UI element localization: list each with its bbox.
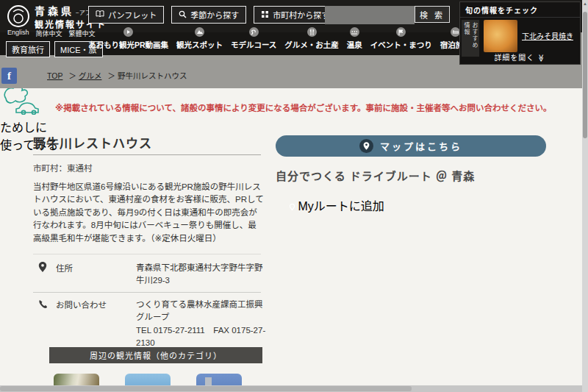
drive-route-heading: 自分でつくる ドライブルート ＠ 青森 (276, 168, 475, 183)
nav-item-label: グルメ・お土産 (284, 39, 339, 50)
address-value: 青森県下北郡東通村大字野牛字野牛川29-3 (136, 262, 267, 288)
search-input[interactable] (325, 6, 415, 24)
contact-numbers: TEL 0175-27-2111 FAX 0175-27-2130 (136, 326, 265, 347)
info-divider (33, 292, 261, 293)
breadcrumb-current: 野牛川レストハウス (118, 71, 187, 80)
nav-item-onsen[interactable]: 温泉 (347, 27, 362, 50)
onsen-icon (350, 27, 359, 37)
language-links: English 简体中文 繁體中文 (7, 29, 96, 38)
fork-icon (307, 27, 317, 37)
video-icon (123, 27, 133, 37)
magnifier-icon (179, 10, 187, 20)
site-search: 検 索 (325, 6, 450, 23)
disclaimer-notice: ※掲載されている情報について、諸般の事情により変更になる場合がございます。事前に… (55, 101, 552, 113)
vertical-scrollbar[interactable]: ▲ (582, 0, 588, 392)
map-pin-icon (38, 262, 49, 272)
nav-item-label: 温泉 (347, 39, 362, 50)
map-button-label: マップはこちら (380, 139, 462, 153)
nav-item-sightseeing-spots[interactable]: 観光スポット (176, 27, 223, 50)
lang-english[interactable]: English (7, 29, 29, 38)
map-button[interactable]: マップはこちら (276, 135, 546, 157)
flag-icon (396, 27, 406, 37)
nav-tab-education-travel[interactable]: 教育旅行 (6, 41, 50, 57)
route-icon (249, 27, 259, 37)
nav-item-label: あおもり観光PR動画集 (88, 39, 168, 50)
title-divider (33, 154, 261, 155)
contact-value: つくり育てる農林水産課商工振興グループ TEL 0175-27-2111 FAX… (136, 299, 267, 349)
search-button[interactable]: 検 索 (415, 6, 450, 23)
add-to-my-route-label: Myルートに追加 (298, 200, 384, 213)
map-pin-icon (359, 139, 373, 153)
guide-caption-line1: ためしに (0, 121, 47, 134)
seasonal-info-panel: 旬の情報をチェック おすすめ情報 下北みそ貝焼き 詳細を開く ≫ (459, 1, 581, 65)
nav-item-label: モデルコース (231, 39, 276, 50)
aomori-map-car-icon (0, 104, 41, 117)
scroll-up-arrow[interactable]: ▲ (583, 1, 587, 6)
contact-label: お問い合わせ (56, 299, 107, 310)
related-info-header: 周辺の観光情報（他のカテゴリ） (49, 347, 262, 363)
header-quick-buttons: パンフレット 季節から探す 市町村から探す (88, 6, 337, 24)
seasonal-panel-title: 旬の情報をチェック (460, 2, 580, 18)
contact-name: つくり育てる農林水産課商工振興グループ (136, 300, 263, 321)
spot-description: 当村野牛地区県道6号線沿いにある観光PR施設の野牛川レストハウスにおいて、東通村… (33, 181, 264, 245)
book-icon (96, 10, 104, 19)
facebook-icon[interactable]: f (1, 68, 17, 84)
season-search-button[interactable]: 季節から探す (171, 6, 246, 24)
pin-icon (290, 200, 295, 213)
breadcrumb-home-link[interactable]: TOP (47, 71, 62, 80)
mountain-icon (195, 27, 204, 37)
open-details-button[interactable]: 詳細を開く ≫ (460, 51, 580, 63)
page-title: 野牛川レストハウス (33, 133, 152, 152)
address-label: 住所 (56, 262, 73, 274)
municipality-search-button-label: 市町村から探す (273, 9, 329, 21)
breadcrumb-separator: ＞ (107, 71, 115, 80)
horizontal-scrollbar[interactable] (0, 385, 582, 392)
nav-item-label: イベント・まつり (370, 39, 432, 50)
lang-simplified-chinese[interactable]: 简体中文 (36, 29, 62, 38)
nav-item-model-courses[interactable]: モデルコース (231, 27, 276, 50)
seasonal-item-link[interactable]: 下北みそ貝焼き (522, 30, 573, 41)
nav-item-pr-videos[interactable]: あおもり観光PR動画集 (88, 27, 168, 50)
pamphlet-button[interactable]: パンフレット (88, 6, 164, 24)
season-search-button-label: 季節から探す (190, 9, 239, 21)
grid-icon (261, 10, 269, 20)
main-navigation: あおもり観光PR動画集 観光スポット モデルコース グルメ・お土産 温泉 イベン… (88, 27, 500, 50)
info-divider (33, 254, 261, 254)
pamphlet-button-label: パンフレット (108, 9, 157, 21)
seasonal-food-photo (484, 20, 517, 52)
breadcrumb-separator: ＞ (68, 71, 76, 80)
site-title-line1: 青森県 (35, 5, 74, 17)
breadcrumb: TOP＞グルメ＞野牛川レストハウス (47, 70, 187, 81)
open-details-label: 詳細を開く (494, 54, 534, 62)
chevron-double-down-icon: ≫ (537, 54, 545, 63)
page: 青森県−アプティネット 観光情報サイト パンフレット 季節から探す 市町村から探… (0, 0, 588, 392)
phone-icon (38, 299, 49, 309)
breadcrumb-category-link[interactable]: グルメ (79, 71, 102, 80)
municipality-text: 市町村：東通村 (33, 162, 93, 174)
horizontal-scrollbar-thumb[interactable] (0, 386, 412, 391)
site-logo-icon (6, 4, 31, 32)
add-to-my-route-button[interactable]: Myルートに追加 (283, 196, 391, 211)
nav-item-label: 観光スポット (176, 39, 223, 50)
nav-item-gourmet-souvenirs[interactable]: グルメ・お土産 (284, 27, 339, 50)
nav-item-events-festivals[interactable]: イベント・まつり (370, 27, 432, 50)
vertical-scrollbar-thumb[interactable] (583, 12, 587, 138)
